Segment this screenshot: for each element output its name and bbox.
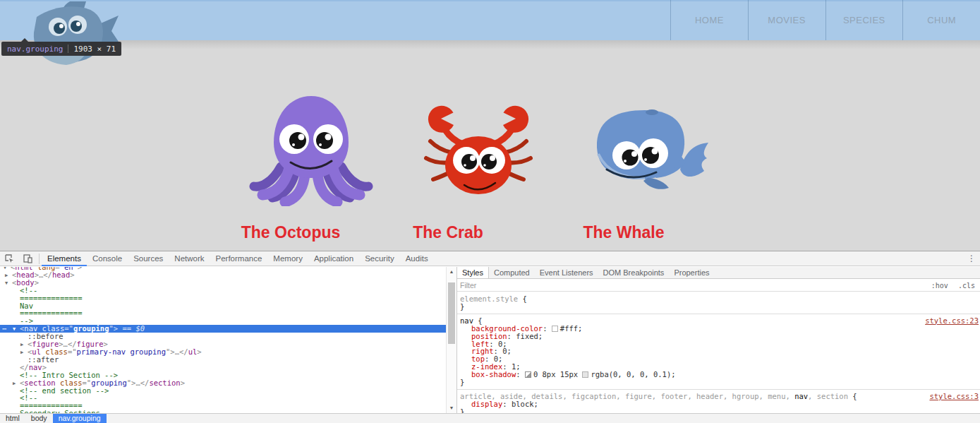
whale-caption: The Whale — [553, 223, 694, 242]
devtools-tab-application[interactable]: Application — [308, 251, 359, 266]
styles-tab-computed[interactable]: Computed — [489, 267, 535, 278]
styles-panel: StylesComputedEvent ListenersDOM Breakpo… — [456, 267, 980, 413]
shark-logo — [13, 1, 119, 66]
devtools-tab-security[interactable]: Security — [359, 251, 400, 266]
dom-breadcrumbs: htmlbodynav.grouping — [0, 413, 980, 423]
elements-panel: ▼<html lang="en">▶<head>…</head>▼<body><… — [0, 267, 456, 413]
more-actions-dots[interactable]: ⋯ — [2, 325, 7, 333]
elements-tree: ▼<html lang="en">▶<head>…</head>▼<body><… — [0, 267, 446, 413]
primary-nav: HOMEMOVIESSPECIESCHUM — [670, 0, 980, 40]
hover-state-toggle[interactable]: :hov — [931, 282, 948, 290]
styles-tab-dom-breakpoints[interactable]: DOM Breakpoints — [598, 267, 670, 278]
tooltip-notch — [21, 38, 28, 42]
css-property[interactable]: right: 0; — [460, 347, 979, 355]
elements-scrollbar[interactable]: ▲ ▼ — [446, 267, 456, 413]
nav-link-movies[interactable]: MOVIES — [748, 0, 825, 40]
stylesheet-source-link[interactable]: style.css:23 — [925, 317, 979, 325]
style-toggles: :hov .cls — [926, 282, 975, 290]
devtools-tabs: ElementsConsoleSourcesNetworkPerformance… — [42, 251, 434, 266]
tree-node[interactable]: ▼<body> — [0, 279, 446, 287]
tooltip-divider — [68, 44, 68, 53]
kebab-menu-icon[interactable]: ⋮ — [964, 251, 979, 266]
devtools-body: ▼<html lang="en">▶<head>…</head>▼<body><… — [0, 267, 980, 413]
devtools-tab-console[interactable]: Console — [87, 251, 128, 266]
class-toggle[interactable]: .cls — [958, 282, 975, 290]
crab-caption: The Crab — [377, 223, 519, 242]
styles-tabs: StylesComputedEvent ListenersDOM Breakpo… — [457, 267, 980, 279]
whale-image — [588, 105, 712, 205]
breadcrumb-nav-grouping[interactable]: nav.grouping — [53, 414, 107, 423]
tree-node[interactable]: ============== — [0, 309, 446, 317]
devtools-tab-network[interactable]: Network — [169, 251, 210, 266]
tree-node[interactable]: <!-- end section --> — [0, 387, 446, 395]
octopus-image — [248, 95, 374, 206]
devtools-toolbar: ElementsConsoleSourcesNetworkPerformance… — [0, 251, 980, 266]
scroll-down-arrow[interactable]: ▼ — [447, 403, 456, 413]
css-property[interactable]: top: 0; — [460, 355, 979, 363]
styles-filter-input[interactable] — [460, 280, 748, 290]
devtools-tab-audits[interactable]: Audits — [400, 251, 434, 266]
css-property[interactable]: box-shadow: 0 8px 15px rgba(0, 0, 0, 0.1… — [460, 371, 979, 379]
css-property[interactable]: display: block; — [460, 400, 979, 408]
tree-node[interactable]: ::after — [0, 356, 446, 364]
inspect-tooltip: nav.grouping 1903 × 71 — [1, 42, 121, 56]
tree-node[interactable]: ============== — [0, 294, 446, 302]
style-rule: element.style {} — [457, 292, 980, 314]
nav-link-species[interactable]: SPECIES — [825, 0, 903, 40]
octopus-caption: The Octopus — [220, 223, 361, 242]
inspect-element-icon[interactable] — [0, 251, 18, 266]
devtools-tab-elements[interactable]: Elements — [42, 251, 87, 266]
nav-link-home[interactable]: HOME — [670, 0, 748, 40]
color-swatch[interactable] — [552, 326, 558, 332]
tooltip-dimensions: 1903 × 71 — [73, 44, 116, 54]
devtools-panel: ElementsConsoleSourcesNetworkPerformance… — [0, 251, 980, 423]
css-property[interactable]: position: fixed; — [460, 333, 979, 340]
devtools-tab-memory[interactable]: Memory — [267, 251, 308, 266]
styles-tab-event-listeners[interactable]: Event Listeners — [535, 267, 598, 278]
css-property[interactable]: background-color: #fff; — [460, 325, 979, 333]
toolbar-divider — [39, 254, 40, 264]
tree-node[interactable]: ▶<head>…</head> — [0, 271, 446, 279]
style-rule: style.css:3article, aside, details, figc… — [457, 390, 980, 413]
styles-tab-properties[interactable]: Properties — [669, 267, 714, 278]
stylesheet-source-link[interactable]: style.css:3 — [929, 393, 979, 400]
devtools-tab-performance[interactable]: Performance — [210, 251, 268, 266]
scrollbar-thumb[interactable] — [448, 282, 455, 344]
style-rule: style.css:23nav {background-color: #fff;… — [457, 314, 980, 390]
style-rules: element.style {}style.css:23nav {backgro… — [457, 292, 980, 413]
tooltip-selector: nav.grouping — [7, 44, 63, 54]
nav-link-chum[interactable]: CHUM — [902, 0, 980, 40]
css-property[interactable]: left: 0; — [460, 340, 979, 348]
styles-filter-row: :hov .cls — [457, 280, 980, 292]
breadcrumb-body[interactable]: body — [25, 414, 53, 423]
devtools-tab-sources[interactable]: Sources — [128, 251, 169, 266]
scroll-up-arrow[interactable]: ▲ — [447, 267, 456, 277]
color-swatch[interactable] — [582, 371, 588, 378]
device-toolbar-icon[interactable] — [18, 251, 37, 266]
breadcrumb-html[interactable]: html — [0, 414, 25, 423]
tree-node[interactable]: ▶<ul class="primary-nav grouping">…</ul> — [0, 348, 446, 356]
web-page: HOMEMOVIESSPECIESCHUM nav.grouping 1903 … — [0, 0, 980, 251]
box-shadow-editor-icon[interactable] — [525, 371, 531, 378]
screen: HOMEMOVIESSPECIESCHUM nav.grouping 1903 … — [0, 0, 980, 423]
styles-tab-styles[interactable]: Styles — [457, 267, 489, 278]
crab-image — [422, 97, 535, 205]
nav-shadow — [0, 40, 980, 49]
tree-node[interactable]: ⋯▼<nav class="grouping"> == $0 — [0, 325, 446, 333]
